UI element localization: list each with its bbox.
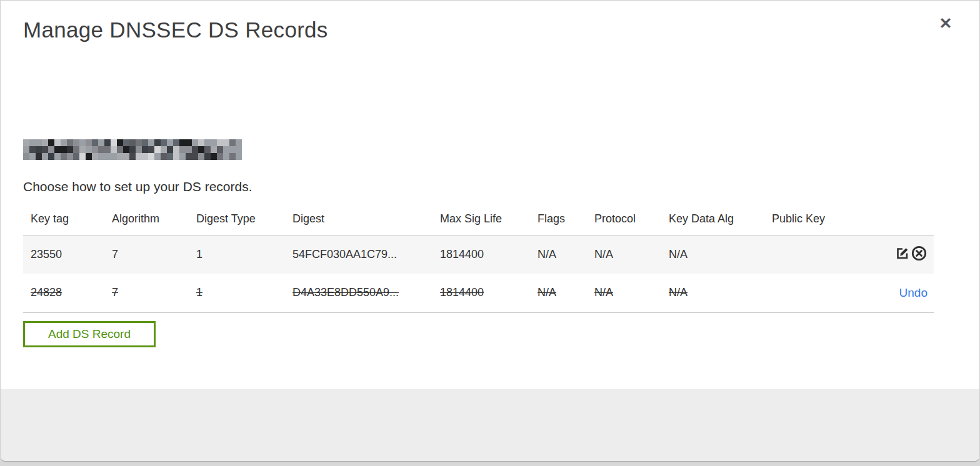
cell-protocol: N/A — [594, 286, 613, 299]
page-title: Manage DNSSEC DS Records — [23, 17, 328, 42]
manage-dnssec-modal: Manage DNSSEC DS Records ✕ Choose how to… — [0, 0, 980, 462]
add-ds-record-button[interactable]: Add DS Record — [23, 321, 156, 347]
col-header-max-sig-life: Max Sig Life — [432, 204, 530, 235]
ds-records-table: Key tag Algorithm Digest Type Digest Max… — [23, 204, 934, 313]
cell-max-sig-life: 1814400 — [440, 248, 484, 260]
undo-link[interactable]: Undo — [899, 286, 928, 299]
close-icon[interactable]: ✕ — [936, 13, 956, 33]
cell-digest-type: 1 — [196, 248, 202, 260]
cell-algorithm: 7 — [112, 248, 118, 260]
col-header-actions — [858, 204, 934, 235]
cell-key-tag: 24828 — [31, 286, 62, 299]
cell-key-tag: 23550 — [31, 248, 62, 260]
cell-flags: N/A — [538, 286, 556, 299]
table-header-row: Key tag Algorithm Digest Type Digest Max… — [23, 204, 934, 235]
col-header-key-tag: Key tag — [23, 204, 104, 235]
col-header-public-key: Public Key — [764, 204, 858, 235]
col-header-digest-type: Digest Type — [189, 204, 285, 235]
instruction-text: Choose how to set up your DS records. — [23, 179, 252, 194]
cell-digest: D4A33E8DD550A9... — [292, 286, 399, 299]
cell-digest: 54FCF030AA1C79... — [292, 248, 397, 260]
col-header-key-data-alg: Key Data Alg — [661, 204, 764, 235]
cell-max-sig-life: 1814400 — [440, 286, 484, 299]
edit-icon[interactable] — [894, 245, 910, 261]
modal-footer: Save Cancel — [1, 389, 979, 461]
col-header-algorithm: Algorithm — [104, 204, 189, 235]
col-header-protocol: Protocol — [587, 204, 661, 235]
table-row: 23550 7 1 54FCF030AA1C79... 1814400 N/A … — [23, 235, 934, 274]
cell-flags: N/A — [538, 248, 556, 260]
cell-digest-type: 1 — [196, 286, 202, 299]
cell-key-data-alg: N/A — [669, 286, 688, 299]
col-header-digest: Digest — [285, 204, 432, 235]
cell-algorithm: 7 — [112, 286, 118, 299]
cell-protocol: N/A — [594, 248, 613, 260]
redacted-domain — [23, 139, 242, 160]
table-row-deleted: 24828 7 1 D4A33E8DD550A9... 1814400 N/A … — [23, 274, 934, 312]
cell-key-data-alg: N/A — [669, 248, 688, 260]
delete-circle-icon[interactable] — [911, 245, 928, 262]
col-header-flags: Flags — [530, 204, 587, 235]
